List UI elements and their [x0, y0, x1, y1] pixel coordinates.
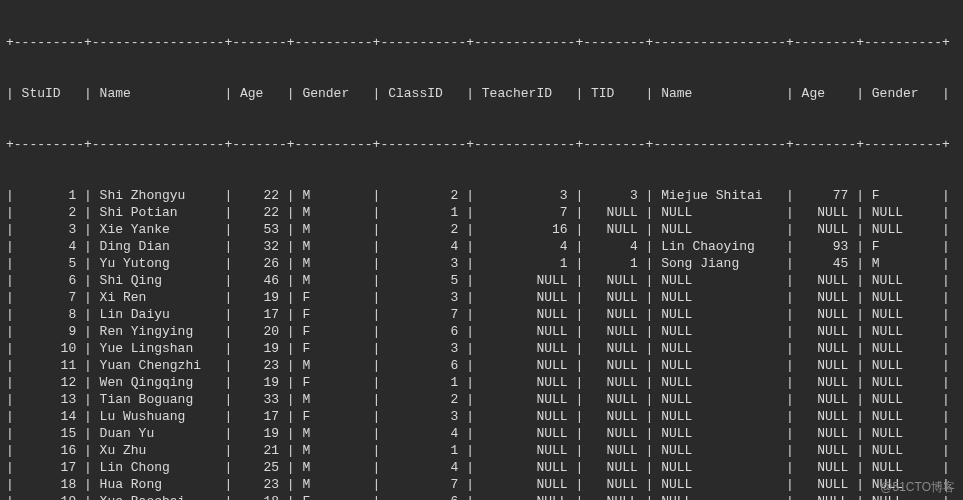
cell-name2: NULL	[653, 442, 786, 459]
column-separator: |	[575, 289, 583, 306]
column-separator: |	[856, 408, 864, 425]
column-separator: |	[786, 357, 794, 374]
column-separator: |	[287, 357, 295, 374]
cell-age1: 23	[232, 476, 287, 493]
cell-name1: Xu Zhu	[92, 442, 225, 459]
header-stuid: StuID	[14, 85, 84, 102]
cell-stuid: 15	[14, 425, 84, 442]
header-classid: ClassID	[380, 85, 466, 102]
column-separator: |	[287, 408, 295, 425]
cell-teacherid: NULL	[474, 340, 575, 357]
column-separator: |	[646, 442, 654, 459]
column-separator: |	[575, 493, 583, 500]
cell-age1: 25	[232, 459, 287, 476]
column-separator: |	[575, 85, 583, 102]
column-separator: |	[466, 493, 474, 500]
column-separator: |	[373, 459, 381, 476]
column-separator: |	[224, 340, 232, 357]
column-separator: |	[575, 459, 583, 476]
table-row: |12|Wen Qingqing|19|F|1|NULL|NULL|NULL|N…	[6, 374, 957, 391]
column-separator: |	[6, 476, 14, 493]
cell-name2: NULL	[653, 221, 786, 238]
cell-name1: Lin Daiyu	[92, 306, 225, 323]
column-separator: |	[373, 238, 381, 255]
cell-age2: 93	[794, 238, 856, 255]
cell-stuid: 10	[14, 340, 84, 357]
cell-teacherid: NULL	[474, 442, 575, 459]
column-separator: |	[373, 204, 381, 221]
column-separator: |	[373, 85, 381, 102]
column-separator: |	[6, 221, 14, 238]
cell-stuid: 13	[14, 391, 84, 408]
column-separator: |	[942, 408, 950, 425]
column-separator: |	[84, 221, 92, 238]
cell-teacherid: NULL	[474, 306, 575, 323]
column-separator: |	[224, 204, 232, 221]
cell-age2: NULL	[794, 493, 856, 500]
header-age2: Age	[794, 85, 856, 102]
cell-name1: Shi Qing	[92, 272, 225, 289]
column-separator: |	[84, 204, 92, 221]
cell-name1: Yue Lingshan	[92, 340, 225, 357]
column-separator: |	[287, 493, 295, 500]
column-separator: |	[6, 187, 14, 204]
cell-age2: NULL	[794, 374, 856, 391]
cell-tid: 3	[583, 187, 645, 204]
column-separator: |	[942, 221, 950, 238]
header-gender1: Gender	[295, 85, 373, 102]
table-row: |16|Xu Zhu|21|M|1|NULL|NULL|NULL|NULL|NU…	[6, 442, 957, 459]
column-separator: |	[646, 323, 654, 340]
column-separator: |	[287, 204, 295, 221]
cell-name1: Yu Yutong	[92, 255, 225, 272]
column-separator: |	[856, 255, 864, 272]
cell-stuid: 17	[14, 459, 84, 476]
column-separator: |	[224, 493, 232, 500]
table-row: |14|Lu Wushuang|17|F|3|NULL|NULL|NULL|NU…	[6, 408, 957, 425]
cell-tid: NULL	[583, 408, 645, 425]
cell-teacherid: NULL	[474, 476, 575, 493]
cell-gender1: F	[295, 408, 373, 425]
column-separator: |	[466, 357, 474, 374]
cell-gender2: NULL	[864, 374, 942, 391]
cell-classid: 6	[380, 323, 466, 340]
column-separator: |	[786, 493, 794, 500]
cell-name2: NULL	[653, 306, 786, 323]
column-separator: |	[373, 408, 381, 425]
column-separator: |	[646, 306, 654, 323]
column-separator: |	[6, 459, 14, 476]
column-separator: |	[84, 493, 92, 500]
cell-classid: 4	[380, 238, 466, 255]
column-separator: |	[856, 357, 864, 374]
cell-gender1: M	[295, 221, 373, 238]
column-separator: |	[287, 476, 295, 493]
cell-name1: Lu Wushuang	[92, 408, 225, 425]
column-separator: |	[786, 476, 794, 493]
column-separator: |	[224, 289, 232, 306]
column-separator: |	[224, 442, 232, 459]
header-tid: TID	[583, 85, 645, 102]
cell-gender1: M	[295, 357, 373, 374]
cell-name2: NULL	[653, 289, 786, 306]
cell-tid: 4	[583, 238, 645, 255]
cell-gender1: F	[295, 289, 373, 306]
column-separator: |	[646, 238, 654, 255]
column-separator: |	[856, 442, 864, 459]
cell-name1: Xue Baochai	[92, 493, 225, 500]
cell-stuid: 3	[14, 221, 84, 238]
column-separator: |	[575, 408, 583, 425]
column-separator: |	[466, 255, 474, 272]
cell-age2: NULL	[794, 289, 856, 306]
column-separator: |	[373, 425, 381, 442]
cell-age2: NULL	[794, 221, 856, 238]
cell-classid: 3	[380, 340, 466, 357]
column-separator: |	[856, 272, 864, 289]
column-separator: |	[287, 323, 295, 340]
column-separator: |	[224, 425, 232, 442]
column-separator: |	[646, 391, 654, 408]
cell-age2: NULL	[794, 408, 856, 425]
cell-classid: 3	[380, 408, 466, 425]
cell-classid: 3	[380, 289, 466, 306]
column-separator: |	[373, 306, 381, 323]
column-separator: |	[373, 374, 381, 391]
column-separator: |	[786, 85, 794, 102]
